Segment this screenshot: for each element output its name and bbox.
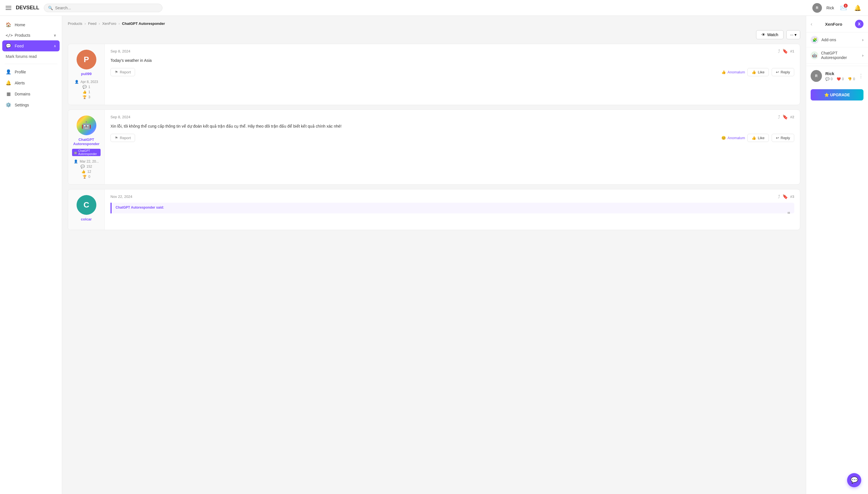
breadcrumb-sep-1: › xyxy=(85,21,86,26)
chatgpt-icon: 🤖 xyxy=(811,51,818,59)
bookmark-icon-3[interactable]: 🔖 xyxy=(782,194,788,199)
sidebar-label-settings: Settings xyxy=(15,103,56,107)
post-inner-3: C colcar Nov 22, 2024 ⤴ 🔖 #3 xyxy=(68,189,800,230)
logo[interactable]: DEVSELL xyxy=(16,5,39,11)
alerts-icon-btn[interactable]: 🔔 xyxy=(853,3,862,13)
bell-icon: 🔔 xyxy=(854,4,861,11)
chat-bubble-icon: 💬 xyxy=(850,476,858,484)
more-button[interactable]: ··· ▾ xyxy=(786,30,800,39)
rp-stat-messages: 💬 0 xyxy=(825,77,833,81)
report-button-2[interactable]: ⚑ Report xyxy=(110,134,135,142)
reply-label-1: Reply xyxy=(781,70,790,74)
reaction-user-1[interactable]: Anomalum xyxy=(727,70,745,74)
sidebar-label-products: Products xyxy=(15,33,50,38)
post-avatar-3: C xyxy=(76,195,96,215)
reply-icon-2: 💬 xyxy=(80,165,85,169)
report-label-1: Report xyxy=(120,70,131,74)
post-bottom-1: ⚑ Report 👍 Anomalum xyxy=(110,68,794,76)
quote-icon-3: ❝ xyxy=(787,211,790,217)
share-icon-1[interactable]: ⤴ xyxy=(778,49,780,54)
post-date-2: Sep 8, 2024 xyxy=(110,115,130,119)
avatar-letter-1: P xyxy=(84,55,89,64)
post-sidebar-2: 🤖 ChatGPT Autoresponder 🤖 ChatGPT Autore… xyxy=(68,110,105,184)
sidebar-item-settings[interactable]: ⚙️ Settings xyxy=(0,99,62,110)
post-number-3: #3 xyxy=(790,194,794,199)
post-username-1[interactable]: pull99 xyxy=(81,72,92,76)
right-panel-title: XenForo xyxy=(825,22,842,26)
like-button-1[interactable]: 👍 Like xyxy=(747,68,769,76)
post-avatar-1: P xyxy=(76,50,96,70)
search-icon: 🔍 xyxy=(48,6,53,10)
sidebar-label-alerts: Alerts xyxy=(15,81,56,85)
rp-dislikes-count: 0 xyxy=(853,77,855,81)
home-icon: 🏠 xyxy=(6,22,11,27)
reply-button-2[interactable]: ↩ Reply xyxy=(772,134,794,142)
rp-avatar[interactable]: R xyxy=(811,70,822,82)
post-number-1: #1 xyxy=(790,49,794,53)
share-icon-2[interactable]: ⤴ xyxy=(778,115,780,120)
post-badge-2: 🤖 ChatGPT Autoresponder xyxy=(72,149,101,156)
back-button[interactable]: ‹ xyxy=(811,21,812,27)
join-date-val-2: Mar 22, 20... xyxy=(80,159,98,164)
mark-forums-label: Mark forums read xyxy=(6,54,37,59)
sidebar-item-products[interactable]: </> Products ∨ xyxy=(0,30,62,40)
join-icon-2: 👤 xyxy=(74,159,78,164)
post-likes-2: 👍 12 xyxy=(82,170,91,174)
bookmark-icon-1[interactable]: 🔖 xyxy=(782,49,788,54)
reaction-user-2[interactable]: Anomalum xyxy=(727,136,745,140)
top-bar: DEVSELL 🔍 R Rick ✉️ 1 🔔 xyxy=(0,0,868,16)
post-inner-2: 🤖 ChatGPT Autoresponder 🤖 ChatGPT Autore… xyxy=(68,110,800,184)
chat-bubble[interactable]: 💬 xyxy=(847,473,861,487)
avatar-letter-3: C xyxy=(83,201,89,209)
breadcrumb-products[interactable]: Products xyxy=(68,21,82,26)
feed-icon: 💬 xyxy=(6,43,11,49)
upgrade-button[interactable]: ⭐ UPGRADE xyxy=(811,89,864,100)
right-panel-item-addons[interactable]: 🧩 Add-ons › xyxy=(806,33,868,48)
search-input[interactable] xyxy=(55,6,158,10)
reaction-emoji-1: 👍 xyxy=(721,70,726,74)
sidebar-item-home[interactable]: 🏠 Home xyxy=(0,19,62,30)
report-button-1[interactable]: ⚑ Report xyxy=(110,68,135,76)
right-panel-item-chatgpt[interactable]: 🤖 ChatGPT Autoresponder › xyxy=(806,48,868,63)
user-avatar[interactable]: R xyxy=(812,3,822,13)
search-box: 🔍 xyxy=(44,4,162,12)
content-area: Products › Feed › XenForo › ChatGPT Auto… xyxy=(62,16,806,494)
post-username-2[interactable]: ChatGPT Autoresponder xyxy=(72,137,101,146)
messages-icon-btn[interactable]: ✉️ 1 xyxy=(838,3,848,13)
reply-button-1[interactable]: ↩ Reply xyxy=(772,68,794,76)
bookmark-icon-2[interactable]: 🔖 xyxy=(782,114,788,120)
rp-messages-icon: 💬 xyxy=(825,77,830,81)
like-icon-btn-1: 👍 xyxy=(752,70,756,74)
watch-button[interactable]: 👁 Watch xyxy=(756,30,783,39)
badge-icon-2: 🤖 xyxy=(74,151,77,154)
reply-icon-1: 💬 xyxy=(83,85,87,89)
notification-badge: 1 xyxy=(844,4,848,7)
breadcrumb-xenforo[interactable]: XenForo xyxy=(102,21,116,26)
report-label-2: Report xyxy=(120,136,131,140)
share-icon-3[interactable]: ⤴ xyxy=(778,194,780,199)
likes-count-1: 1 xyxy=(88,90,90,94)
breadcrumb-feed[interactable]: Feed xyxy=(88,21,97,26)
thread-actions: 👁 Watch ··· ▾ xyxy=(756,30,800,39)
sidebar-label-home: Home xyxy=(15,23,56,27)
post-date-1: Sep 8, 2024 xyxy=(110,49,130,53)
post-sidebar-1: P pull99 👤 Apr 8, 2023 💬 1 👍 xyxy=(68,44,105,105)
rp-more-icon[interactable]: ⋮ xyxy=(858,73,864,79)
post-username-3[interactable]: colcar xyxy=(81,217,92,221)
sidebar-item-domains[interactable]: ▦ Domains xyxy=(0,88,62,99)
breadcrumb: Products › Feed › XenForo › ChatGPT Auto… xyxy=(68,21,800,26)
breadcrumb-sep-3: › xyxy=(119,21,120,26)
right-panel-header: ‹ XenForo X xyxy=(806,16,868,33)
post-avatar-2: 🤖 xyxy=(76,115,96,135)
mark-forums-read[interactable]: Mark forums read xyxy=(0,51,62,61)
hamburger-icon[interactable] xyxy=(6,6,11,10)
sidebar-item-feed[interactable]: 💬 Feed ∧ xyxy=(2,40,60,51)
like-button-2[interactable]: 👍 Like xyxy=(747,134,769,142)
upgrade-label: ⭐ UPGRADE xyxy=(824,93,850,97)
right-panel: ‹ XenForo X 🧩 Add-ons › 🤖 ChatGPT Autore… xyxy=(806,16,868,494)
rp-stat-dislikes: 👎 0 xyxy=(848,77,855,81)
quote-label-3: ChatGPT Autoresponder said: xyxy=(115,206,790,209)
sidebar-item-alerts[interactable]: 🔔 Alerts xyxy=(0,77,62,88)
sidebar-item-profile[interactable]: 👤 Profile xyxy=(0,66,62,77)
report-icon-2: ⚑ xyxy=(115,136,118,140)
